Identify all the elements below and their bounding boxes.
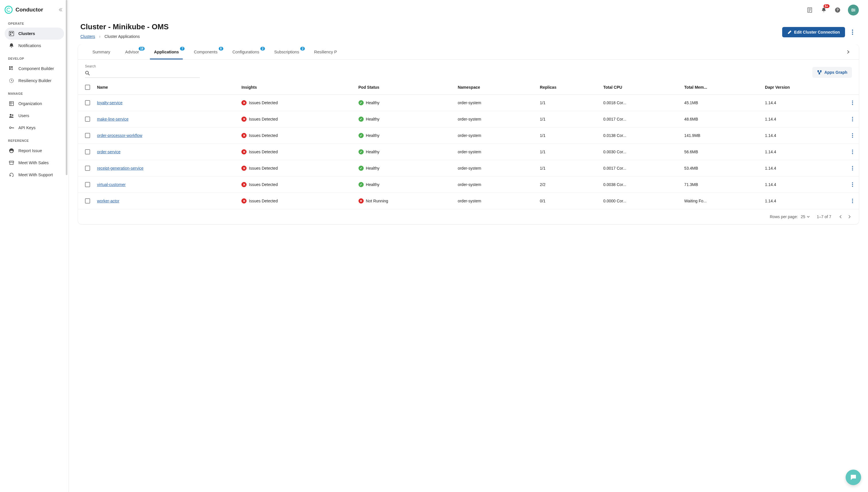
svg-point-19 xyxy=(852,33,853,35)
app-link[interactable]: loyalty-service xyxy=(97,100,123,105)
applications-card: Summary Advisor18 Applications7 Componen… xyxy=(78,45,859,224)
more-vertical-icon xyxy=(852,133,853,138)
app-link[interactable]: worker-actor xyxy=(97,199,119,203)
help-button[interactable]: ? xyxy=(834,7,841,14)
news-button[interactable] xyxy=(807,7,814,14)
sidebar-item-organization[interactable]: Organization xyxy=(5,98,64,109)
search-input[interactable] xyxy=(93,71,200,75)
replicas-cell: 1/1 xyxy=(537,160,600,176)
tabs-scroll-right[interactable] xyxy=(844,48,852,56)
col-mem[interactable]: Total Mem... xyxy=(681,80,762,95)
row-checkbox[interactable] xyxy=(85,198,90,203)
tab-configurations[interactable]: Configurations2 xyxy=(225,45,267,59)
tab-advisor[interactable]: Advisor18 xyxy=(118,45,146,59)
sidebar-item-notifications[interactable]: Notifications xyxy=(5,40,64,52)
row-more-button[interactable] xyxy=(851,148,854,155)
check-icon: ✓ xyxy=(358,117,364,122)
chat-fab[interactable] xyxy=(846,470,861,485)
row-more-button[interactable] xyxy=(851,116,854,123)
row-checkbox[interactable] xyxy=(85,182,90,187)
row-more-button[interactable] xyxy=(851,181,854,188)
col-insights[interactable]: Insights xyxy=(238,80,355,95)
svg-rect-3 xyxy=(10,34,11,35)
pod-status-text: Healthy xyxy=(366,117,379,121)
svg-text:?: ? xyxy=(837,8,839,12)
tab-components[interactable]: Components8 xyxy=(186,45,225,59)
edit-cluster-connection-button[interactable]: Edit Cluster Connection xyxy=(782,27,845,37)
select-all-checkbox[interactable] xyxy=(85,85,90,90)
col-pod-status[interactable]: Pod Status xyxy=(355,80,454,95)
sidebar-item-meet-support[interactable]: Meet With Support xyxy=(5,169,64,181)
tab-applications[interactable]: Applications7 xyxy=(146,45,186,59)
row-more-button[interactable] xyxy=(851,132,854,139)
resiliency-icon xyxy=(8,78,14,83)
mem-cell: 56.6MB xyxy=(681,144,762,160)
sidebar-item-resiliency-builder[interactable]: Resiliency Builder xyxy=(5,75,64,87)
tab-summary[interactable]: Summary xyxy=(85,45,118,59)
svg-rect-22 xyxy=(820,70,821,72)
sidebar-item-users[interactable]: Users xyxy=(5,109,64,122)
insights-text: Issues Detected xyxy=(249,117,278,121)
sidebar-item-api-keys[interactable]: API Keys xyxy=(5,122,64,134)
sidebar-item-clusters[interactable]: Clusters xyxy=(5,28,64,40)
sidebar-item-label: Meet With Sales xyxy=(18,161,49,165)
col-cpu[interactable]: Total CPU xyxy=(600,80,681,95)
logo[interactable]: Conductor xyxy=(5,6,64,14)
table-row: make-line-service ✕Issues Detected ✓Heal… xyxy=(78,111,859,127)
app-link[interactable]: order-processor-workflow xyxy=(97,133,142,138)
app-link[interactable]: make-line-service xyxy=(97,117,129,121)
svg-point-26 xyxy=(852,104,853,105)
row-checkbox[interactable] xyxy=(85,100,90,105)
svg-point-24 xyxy=(852,100,853,102)
col-replicas[interactable]: Replicas xyxy=(537,80,600,95)
row-checkbox[interactable] xyxy=(85,166,90,171)
app-link[interactable]: order-service xyxy=(97,150,121,154)
pagination-next[interactable] xyxy=(847,214,852,220)
cpu-cell: 0.0030 Cor... xyxy=(600,144,681,160)
table-row: virtual-customer ✕Issues Detected ✓Healt… xyxy=(78,176,859,193)
sidebar-item-label: Meet With Support xyxy=(18,173,53,177)
tab-subscriptions[interactable]: Subscriptions2 xyxy=(267,45,306,59)
page-more-button[interactable] xyxy=(848,27,857,37)
row-more-button[interactable] xyxy=(851,99,854,106)
check-icon: ✓ xyxy=(358,133,364,138)
app-link[interactable]: receipt-generation-service xyxy=(97,166,144,171)
svg-point-31 xyxy=(852,135,853,136)
sidebar-item-label: API Keys xyxy=(18,125,35,130)
edit-button-label: Edit Cluster Connection xyxy=(794,30,840,34)
sidebar-item-component-builder[interactable]: Component Builder xyxy=(5,63,64,75)
chevron-double-left-icon xyxy=(58,7,63,12)
svg-point-10 xyxy=(10,114,11,116)
insights-text: Issues Detected xyxy=(249,182,278,187)
breadcrumb-root[interactable]: Clusters xyxy=(80,34,95,39)
sidebar-item-meet-sales[interactable]: Meet With Sales xyxy=(5,157,64,169)
row-more-button[interactable] xyxy=(851,165,854,172)
row-checkbox[interactable] xyxy=(85,117,90,122)
app-link[interactable]: virtual-customer xyxy=(97,182,126,187)
more-vertical-icon xyxy=(852,166,853,171)
rows-per-page-select[interactable]: 25 xyxy=(801,215,810,219)
replicas-cell: 1/1 xyxy=(537,95,600,111)
row-checkbox[interactable] xyxy=(85,149,90,154)
svg-rect-9 xyxy=(9,102,14,106)
pod-status-text: Healthy xyxy=(366,166,379,171)
version-cell: 1.14.4 xyxy=(762,193,847,209)
pagination-prev[interactable] xyxy=(838,214,843,220)
svg-point-43 xyxy=(852,200,853,201)
apps-graph-button[interactable]: Apps Graph xyxy=(812,67,852,78)
avatar[interactable]: BI xyxy=(848,5,859,16)
notifications-button[interactable]: 5+ xyxy=(820,7,827,14)
row-checkbox[interactable] xyxy=(85,133,90,138)
col-name[interactable]: Name xyxy=(94,80,238,95)
mem-cell: 141.9MB xyxy=(681,127,762,144)
sidebar-item-report-issue[interactable]: Report Issue xyxy=(5,145,64,157)
svg-point-25 xyxy=(852,102,853,103)
row-more-button[interactable] xyxy=(851,197,854,204)
tab-resiliency[interactable]: Resiliency P xyxy=(306,45,344,59)
sidebar-collapse-button[interactable] xyxy=(57,6,64,13)
col-version[interactable]: Dapr Version xyxy=(762,80,847,95)
namespace-cell: order-system xyxy=(454,193,537,209)
section-develop: DEVELOP xyxy=(8,57,64,60)
col-namespace[interactable]: Namespace xyxy=(454,80,537,95)
more-vertical-icon xyxy=(852,29,853,35)
